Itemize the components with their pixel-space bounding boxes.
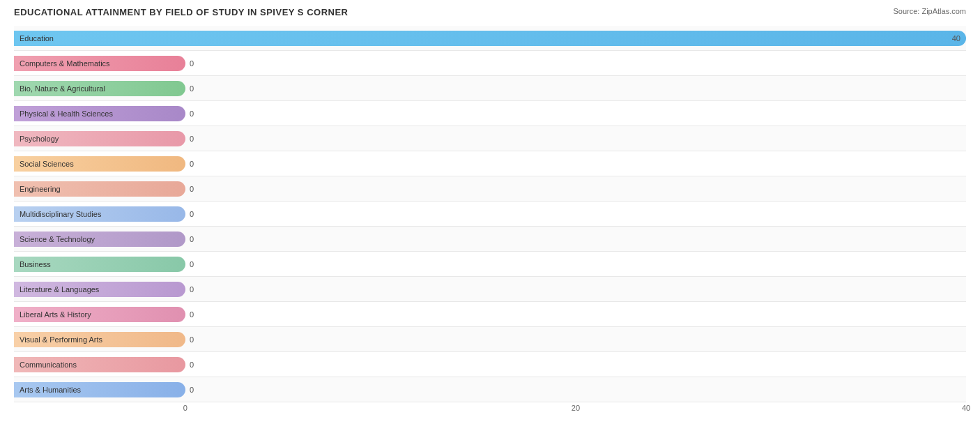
bar-label: Science & Technology [20, 235, 95, 243]
bar-value: 0 [190, 335, 194, 344]
bar-computers---mathematics: Computers & Mathematics [14, 56, 185, 71]
bar-social-sciences: Social Sciences [14, 156, 185, 172]
bar-value: 0 [190, 260, 194, 268]
chart-row: Engineering0 [14, 176, 966, 202]
bar-label: Computers & Mathematics [20, 59, 110, 68]
chart-container: Education40Computers & Mathematics0Bio, … [14, 26, 966, 418]
source-label: Source: ZipAtlas.com [893, 7, 966, 15]
bar-label: Bio, Nature & Agricultural [20, 84, 105, 93]
bar-value: 0 [190, 285, 194, 294]
bar-label: Arts & Humanities [20, 386, 81, 394]
chart-title: EDUCATIONAL ATTAINMENT BY FIELD OF STUDY… [14, 7, 348, 17]
bar-label: Engineering [20, 185, 61, 193]
bar-value: 0 [190, 109, 194, 118]
bar-label: Liberal Arts & History [20, 310, 91, 319]
bar-label: Multidisciplinary Studies [20, 210, 101, 218]
bar-value: 0 [190, 361, 194, 369]
axis-container: 02040 [14, 404, 966, 418]
chart-row: Bio, Nature & Agricultural0 [14, 76, 966, 101]
bar-business: Business [14, 257, 185, 272]
bar-value: 0 [190, 84, 194, 93]
rows-container: Education40Computers & Mathematics0Bio, … [14, 26, 966, 402]
chart-row: Psychology0 [14, 126, 966, 151]
bar-value: 0 [190, 235, 194, 243]
chart-row: Business0 [14, 252, 966, 277]
bar-engineering: Engineering [14, 181, 185, 197]
page-wrapper: EDUCATIONAL ATTAINMENT BY FIELD OF STUDY… [14, 7, 966, 418]
bar-value: 0 [190, 185, 194, 193]
x-axis-label: 20 [572, 404, 580, 412]
bar-communications: Communications [14, 357, 185, 372]
bar-visual---performing-arts: Visual & Performing Arts [14, 332, 185, 347]
bar-value: 40 [952, 34, 960, 43]
bar-literature---languages: Literature & Languages [14, 282, 185, 297]
chart-row: Education40 [14, 26, 966, 51]
bar-arts---humanities: Arts & Humanities [14, 382, 185, 397]
chart-row: Visual & Performing Arts0 [14, 327, 966, 352]
bar-value: 0 [190, 135, 194, 143]
bar-value: 0 [190, 386, 194, 394]
bar-physical---health-sciences: Physical & Health Sciences [14, 106, 185, 121]
bar-label: Communications [20, 361, 77, 369]
x-axis: 02040 [14, 404, 966, 418]
chart-row: Communications0 [14, 352, 966, 377]
chart-row: Liberal Arts & History0 [14, 302, 966, 327]
chart-row: Computers & Mathematics0 [14, 51, 966, 76]
bar-value: 0 [190, 160, 194, 168]
bar-value: 0 [190, 210, 194, 218]
bar-label: Social Sciences [20, 160, 74, 168]
bar-psychology: Psychology [14, 131, 185, 146]
bar-value: 0 [190, 59, 194, 68]
bar-label: Psychology [20, 135, 59, 143]
bar-label: Visual & Performing Arts [20, 335, 102, 344]
bar-label: Literature & Languages [20, 285, 99, 294]
x-axis-label: 40 [962, 404, 970, 412]
chart-row: Multidisciplinary Studies0 [14, 202, 966, 227]
bar-label: Business [20, 260, 51, 268]
bar-bio--nature---agricultural: Bio, Nature & Agricultural [14, 81, 185, 96]
bar-value: 0 [190, 310, 194, 319]
chart-row: Science & Technology0 [14, 227, 966, 252]
bar-science---technology: Science & Technology [14, 232, 185, 247]
chart-row: Arts & Humanities0 [14, 377, 966, 402]
chart-row: Social Sciences0 [14, 151, 966, 176]
x-axis-label: 0 [183, 404, 187, 412]
chart-row: Physical & Health Sciences0 [14, 101, 966, 126]
bar-label: Education [20, 34, 54, 43]
chart-row: Literature & Languages0 [14, 277, 966, 302]
bar-education: Education [14, 31, 966, 46]
bar-liberal-arts---history: Liberal Arts & History [14, 307, 185, 322]
bar-multidisciplinary-studies: Multidisciplinary Studies [14, 206, 185, 222]
bar-label: Physical & Health Sciences [20, 109, 113, 118]
